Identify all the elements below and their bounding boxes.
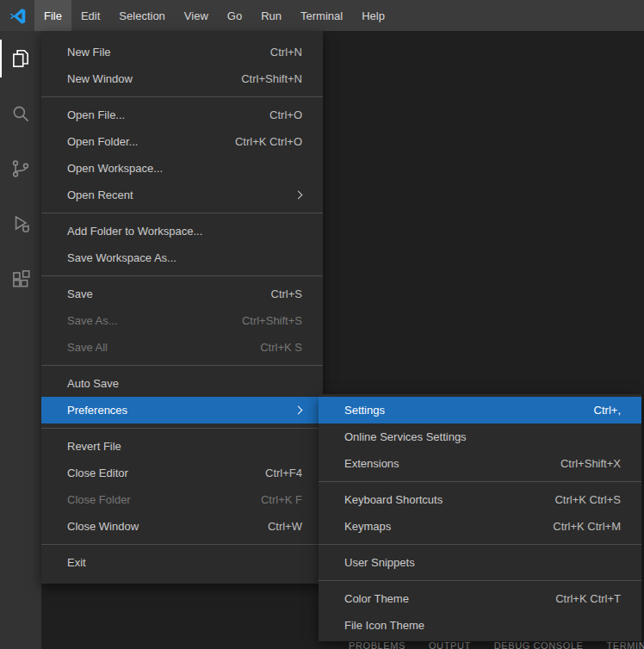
- source-control-icon: [9, 158, 32, 180]
- menu-separator: [41, 428, 323, 429]
- menu-item-label: Revert File: [67, 440, 302, 453]
- menubar-item-view[interactable]: View: [175, 0, 218, 31]
- menu-item-shortcut: Ctrl+K F: [261, 493, 302, 506]
- menu-item-label: Save As...: [67, 314, 225, 327]
- menubar-item-label: Run: [261, 9, 282, 22]
- submenu-arrow-icon: [294, 191, 303, 200]
- menu-item-label: Close Window: [67, 520, 251, 533]
- menubar-item-terminal[interactable]: Terminal: [291, 0, 352, 31]
- menu-item-shortcut: Ctrl+F4: [265, 467, 302, 479]
- menu-item-shortcut: Ctrl+S: [271, 287, 302, 300]
- vscode-logo: [0, 0, 34, 31]
- menubar-item-go[interactable]: Go: [218, 0, 251, 31]
- extensions-icon: [9, 268, 32, 290]
- menu-item-label: Keyboard Shortcuts: [344, 493, 537, 506]
- menubar-item-label: Go: [227, 9, 242, 22]
- file-menu: New File Ctrl+N New Window Ctrl+Shift+N …: [41, 31, 323, 584]
- menubar-item-label: View: [184, 9, 208, 22]
- menubar-item-help[interactable]: Help: [352, 0, 394, 31]
- preferences-submenu: Settings Ctrl+, Online Services Settings…: [319, 394, 641, 641]
- submenu-item-color-theme[interactable]: Color Theme Ctrl+K Ctrl+T: [319, 585, 641, 612]
- menu-item-label: Auto Save: [67, 377, 302, 390]
- menu-item-label: User Snippets: [344, 556, 621, 569]
- menu-separator: [319, 481, 641, 482]
- menu-item-label: Open File...: [67, 108, 252, 121]
- panel-tab-output[interactable]: OUTPUT: [429, 640, 471, 649]
- menu-item-save-all: Save All Ctrl+K S: [41, 334, 323, 361]
- activity-item-run-debug[interactable]: [0, 196, 41, 251]
- menu-item-label: Keymaps: [344, 520, 536, 533]
- menu-item-label: Close Folder: [67, 493, 244, 506]
- menubar-item-label: Terminal: [300, 9, 343, 22]
- submenu-item-keymaps[interactable]: Keymaps Ctrl+K Ctrl+M: [319, 513, 641, 540]
- menu-item-label: Save: [67, 287, 254, 300]
- activity-item-source-control[interactable]: [0, 141, 41, 196]
- menubar-item-selection[interactable]: Selection: [109, 0, 174, 31]
- menubar-item-label: Help: [362, 9, 385, 22]
- vscode-logo-icon: [9, 7, 27, 25]
- activity-item-explorer[interactable]: [0, 31, 41, 86]
- submenu-item-extensions[interactable]: Extensions Ctrl+Shift+X: [319, 450, 641, 477]
- menu-item-revert-file[interactable]: Revert File: [41, 433, 323, 460]
- menu-item-open-file[interactable]: Open File... Ctrl+O: [41, 102, 323, 128]
- menu-item-add-folder-to-workspace[interactable]: Add Folder to Workspace...: [41, 218, 323, 244]
- menu-item-close-editor[interactable]: Close Editor Ctrl+F4: [41, 460, 323, 486]
- menu-item-open-recent[interactable]: Open Recent: [41, 182, 323, 208]
- menu-item-new-window[interactable]: New Window Ctrl+Shift+N: [41, 65, 323, 92]
- menu-separator: [319, 580, 641, 581]
- menu-item-save[interactable]: Save Ctrl+S: [41, 281, 323, 307]
- submenu-arrow-icon: [294, 406, 303, 415]
- menubar-item-label: Edit: [81, 9, 100, 22]
- menu-separator: [319, 544, 641, 545]
- menu-item-auto-save[interactable]: Auto Save: [41, 370, 323, 397]
- activity-item-extensions[interactable]: [0, 251, 41, 306]
- menu-item-shortcut: Ctrl+K S: [260, 341, 302, 354]
- menu-separator: [41, 96, 323, 97]
- menu-item-label: New File: [67, 46, 253, 59]
- menu-item-label: Open Folder...: [67, 135, 218, 148]
- menu-item-preferences[interactable]: Preferences: [41, 397, 323, 423]
- menu-separator: [41, 213, 323, 213]
- submenu-item-user-snippets[interactable]: User Snippets: [319, 549, 641, 576]
- menu-item-label: Open Workspace...: [67, 162, 302, 175]
- run-debug-icon: [9, 213, 32, 235]
- panel-tab-problems[interactable]: PROBLEMS: [349, 640, 406, 649]
- menu-item-label: Save Workspace As...: [67, 251, 302, 264]
- submenu-item-keyboard-shortcuts[interactable]: Keyboard Shortcuts Ctrl+K Ctrl+S: [319, 486, 641, 513]
- menu-item-shortcut: Ctrl+,: [594, 404, 621, 417]
- menubar-item-edit[interactable]: Edit: [71, 0, 109, 31]
- menubar-item-run[interactable]: Run: [251, 0, 291, 31]
- menu-item-shortcut: Ctrl+K Ctrl+O: [235, 135, 302, 148]
- menu-item-label: Save All: [67, 341, 243, 354]
- menubar-item-file[interactable]: File: [34, 0, 71, 31]
- menu-item-save-as: Save As... Ctrl+Shift+S: [41, 307, 323, 334]
- menu-item-open-folder[interactable]: Open Folder... Ctrl+K Ctrl+O: [41, 128, 323, 155]
- menu-item-shortcut: Ctrl+O: [269, 108, 302, 121]
- panel-tab-terminal[interactable]: TERMINAL: [607, 640, 644, 649]
- menu-separator: [41, 275, 323, 276]
- menu-item-label: File Icon Theme: [344, 619, 621, 632]
- menu-item-shortcut: Ctrl+Shift+S: [242, 314, 302, 327]
- menu-item-label: Add Folder to Workspace...: [67, 225, 302, 238]
- menu-item-label: Open Recent: [67, 189, 285, 201]
- menubar-item-label: Selection: [119, 9, 164, 22]
- submenu-item-online-services-settings[interactable]: Online Services Settings: [319, 423, 641, 450]
- menu-item-label: New Window: [67, 72, 224, 85]
- menu-item-shortcut: Ctrl+Shift+X: [560, 457, 621, 470]
- menu-separator: [41, 544, 323, 545]
- menu-item-label: Online Services Settings: [344, 430, 621, 443]
- menu-item-exit[interactable]: Exit: [41, 549, 323, 576]
- submenu-item-settings[interactable]: Settings Ctrl+,: [319, 397, 641, 423]
- menu-item-close-window[interactable]: Close Window Ctrl+W: [41, 513, 323, 540]
- menu-item-close-folder: Close Folder Ctrl+K F: [41, 486, 323, 513]
- panel-tab-debug-console[interactable]: DEBUG CONSOLE: [494, 640, 584, 649]
- submenu-item-file-icon-theme[interactable]: File Icon Theme: [319, 612, 641, 639]
- menu-item-open-workspace[interactable]: Open Workspace...: [41, 155, 323, 182]
- menu-item-save-workspace-as[interactable]: Save Workspace As...: [41, 244, 323, 271]
- activity-bar: [0, 31, 41, 649]
- menu-separator: [41, 365, 323, 366]
- menu-item-shortcut: Ctrl+K Ctrl+M: [553, 520, 621, 533]
- explorer-icon: [9, 47, 32, 70]
- activity-item-search[interactable]: [0, 86, 41, 141]
- menu-item-new-file[interactable]: New File Ctrl+N: [41, 39, 323, 65]
